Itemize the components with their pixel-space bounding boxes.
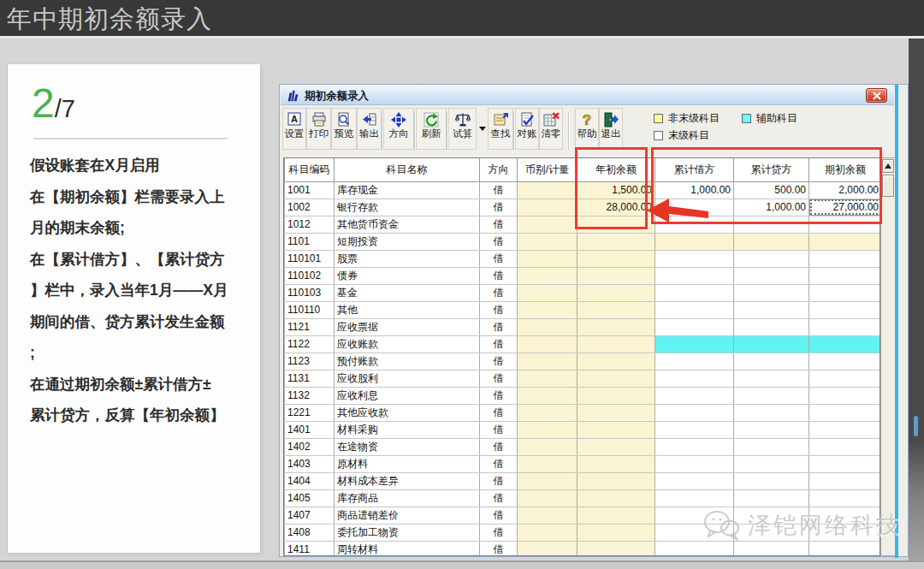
cell-cdebit[interactable]: 1,000.00 — [655, 181, 734, 199]
cell-ccredit[interactable] — [734, 267, 809, 284]
cell-ccredit[interactable] — [734, 404, 809, 421]
cell-obal[interactable] — [809, 370, 881, 387]
cell-cdebit[interactable] — [655, 301, 734, 318]
cell-obal[interactable] — [809, 387, 881, 404]
step-current: 2 — [32, 80, 55, 126]
cell-cdebit[interactable] — [655, 267, 734, 284]
table-scrollbar[interactable] — [880, 157, 896, 556]
cell-cdebit[interactable] — [655, 250, 734, 267]
find-button[interactable]: 查找 — [488, 108, 513, 150]
scroll-up-button[interactable] — [882, 159, 894, 173]
cell-cdebit[interactable] — [655, 507, 734, 524]
cell-code: 1122 — [285, 335, 335, 353]
settings-button[interactable]: A 设置 — [282, 108, 306, 150]
cell-ccredit[interactable] — [734, 318, 809, 335]
trial-balance-icon — [454, 111, 471, 128]
cell-ccredit[interactable] — [734, 472, 809, 489]
cell-obal[interactable]: 27,000.00 — [809, 199, 881, 216]
refresh-button[interactable]: 刷新 — [416, 108, 447, 150]
close-button[interactable] — [866, 88, 887, 103]
cell-obal[interactable] — [809, 284, 881, 301]
cell-ccredit[interactable] — [734, 233, 809, 250]
instruction-line: 】栏中，录入当年1月——X月 — [30, 275, 251, 306]
cell-ccredit[interactable] — [734, 541, 809, 556]
cell-cdebit[interactable] — [655, 370, 734, 387]
cell-cdebit[interactable] — [655, 199, 734, 216]
cell-obal[interactable] — [809, 472, 881, 489]
cell-ccredit[interactable] — [734, 250, 809, 267]
print-button[interactable]: 打印 — [306, 108, 331, 150]
cell-cdebit[interactable] — [655, 233, 734, 250]
cell-ccredit[interactable] — [734, 301, 809, 318]
preview-button[interactable]: 预览 — [331, 108, 357, 150]
export-button[interactable]: 输出 — [357, 108, 382, 150]
scrollbar-thumb[interactable] — [882, 175, 894, 197]
cell-obal[interactable]: 2,000.00 — [809, 181, 881, 199]
cell-currency — [518, 489, 578, 507]
cell-ccredit[interactable] — [734, 438, 809, 455]
help-button[interactable]: ? 帮助 — [575, 108, 599, 150]
cell-cdebit[interactable] — [655, 335, 734, 353]
cell-obal[interactable] — [809, 335, 881, 353]
window-title: 期初余额录入 — [305, 89, 369, 104]
cell-cdebit[interactable] — [655, 489, 734, 507]
cell-ccredit[interactable] — [734, 489, 809, 507]
cell-ccredit[interactable] — [734, 353, 809, 370]
cell-ccredit[interactable] — [734, 387, 809, 404]
cell-ccredit[interactable]: 1,000.00 — [734, 199, 809, 216]
cell-obal[interactable] — [809, 353, 881, 370]
cell-obal[interactable] — [809, 267, 881, 284]
window-titlebar[interactable]: 期初余额录入 — [281, 86, 894, 105]
page-scrollbar-thumb[interactable] — [914, 416, 918, 436]
cell-obal[interactable] — [809, 404, 881, 421]
cell-cdebit[interactable] — [655, 404, 734, 421]
cell-ccredit[interactable] — [734, 455, 809, 472]
cell-cdebit[interactable] — [655, 472, 734, 489]
cell-obal[interactable] — [809, 541, 881, 556]
cell-ccredit[interactable] — [734, 524, 809, 541]
page-title: 年中期初余额录入 — [7, 3, 212, 37]
cell-obal[interactable] — [809, 455, 881, 472]
cell-ccredit[interactable] — [734, 335, 809, 353]
cell-ybal — [578, 301, 655, 318]
cell-cdebit[interactable] — [655, 387, 734, 404]
cell-cdebit[interactable] — [655, 421, 734, 438]
cell-ccredit[interactable] — [734, 216, 809, 233]
cell-obal[interactable] — [809, 507, 881, 524]
cell-obal[interactable] — [809, 301, 881, 318]
cell-obal[interactable] — [809, 233, 881, 250]
cell-cdebit[interactable] — [655, 455, 734, 472]
cell-cdebit[interactable] — [655, 284, 734, 301]
clear-zero-button[interactable]: 清零 — [539, 108, 563, 150]
cell-obal[interactable] — [809, 438, 881, 455]
cell-cdebit[interactable] — [655, 318, 734, 335]
screenshot-stage: 年中期初余额录入 2/7 假设账套在X月启用在【期初余额】栏需要录入上月的期末余… — [0, 0, 924, 569]
cell-ybal — [578, 489, 655, 507]
cell-ccredit[interactable] — [734, 421, 809, 438]
cell-cdebit[interactable] — [655, 353, 734, 370]
cell-ccredit[interactable]: 500.00 — [734, 181, 809, 199]
cell-dir: 借 — [480, 421, 518, 438]
table-row: 1002银行存款借28,000.001,000.0027,000.00 — [285, 199, 881, 216]
cell-ccredit[interactable] — [734, 284, 809, 301]
cell-obal[interactable] — [809, 421, 881, 438]
cell-obal[interactable] — [809, 318, 881, 335]
cell-obal[interactable] — [809, 250, 881, 267]
table-row: 1131应收股利借 — [285, 370, 881, 387]
cell-ccredit[interactable] — [734, 370, 809, 387]
trial-balance-button[interactable]: 试算 — [448, 108, 477, 150]
trial-balance-dropdown[interactable] — [477, 108, 488, 150]
exit-button[interactable]: 退出 — [599, 108, 623, 150]
legend-aux: 辅助科目 — [742, 111, 797, 126]
right-page-strip — [909, 39, 924, 569]
cell-cdebit[interactable] — [655, 438, 734, 455]
cell-obal[interactable] — [809, 216, 881, 233]
cell-obal[interactable] — [809, 489, 881, 507]
cell-cdebit[interactable] — [655, 216, 734, 233]
direction-button[interactable]: 方向 — [383, 108, 414, 150]
cell-ccredit[interactable] — [734, 507, 809, 524]
cell-cdebit[interactable] — [655, 541, 734, 556]
cell-cdebit[interactable] — [655, 524, 734, 541]
reconcile-button[interactable]: 对账 — [515, 108, 539, 150]
cell-obal[interactable] — [809, 524, 881, 541]
